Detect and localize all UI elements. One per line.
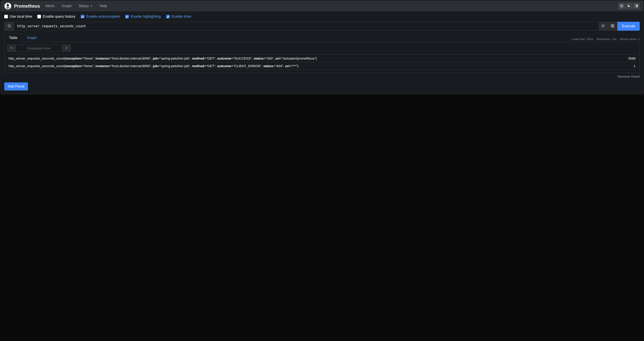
option-label: Use local time (10, 15, 32, 19)
eval-time-next-button[interactable] (62, 45, 70, 52)
result-box: http_server_requests_seconds_count{excep… (4, 42, 640, 73)
nav-status-label: Status (79, 4, 89, 8)
option-highlighting[interactable]: Enable highlighting (125, 15, 161, 19)
dark-mode-button[interactable] (626, 3, 632, 10)
nav-help[interactable]: Help (98, 3, 109, 10)
checkbox-local-time[interactable] (4, 15, 8, 18)
globe-icon (611, 24, 614, 29)
search-prefix[interactable] (4, 22, 14, 31)
query-bar: Execute (1, 22, 643, 33)
stat-resolution: Resolution: 14s (596, 37, 617, 41)
option-label: Enable autocomplete (86, 15, 120, 19)
indent-icon (601, 24, 605, 29)
eval-time-input[interactable] (16, 45, 62, 52)
option-local-time[interactable]: Use local time (4, 15, 32, 19)
remove-panel-link[interactable]: Remove Panel (4, 73, 640, 78)
svg-point-1 (621, 5, 622, 6)
option-query-history[interactable]: Enable query history (37, 15, 76, 19)
chevron-right-icon (65, 46, 68, 50)
add-panel-button[interactable]: Add Panel (4, 82, 28, 91)
stat-result-series: Result series: 2 (620, 37, 640, 41)
query-stats: Load time: 20ms Resolution: 14s Result s… (572, 37, 640, 42)
query-input[interactable] (14, 22, 598, 31)
series-label[interactable]: http_server_requests_seconds_count{excep… (7, 55, 617, 62)
option-label: Enable query history (43, 15, 76, 19)
contrast-icon (634, 4, 638, 8)
svg-point-3 (8, 25, 10, 27)
metrics-explorer-button[interactable] (608, 22, 618, 31)
series-label[interactable]: http_server_requests_seconds_count{excep… (7, 62, 617, 70)
svg-line-4 (10, 27, 11, 27)
nav-graph[interactable]: Graph (60, 3, 73, 10)
checkbox-autocomplete[interactable] (81, 15, 84, 18)
result-table: http_server_requests_seconds_count{excep… (7, 54, 637, 70)
options-row: Use local time Enable query history Enab… (1, 12, 643, 22)
brand[interactable]: Prometheus (4, 3, 40, 10)
tab-table[interactable]: Table (4, 33, 22, 42)
eval-time-prev-button[interactable] (8, 45, 16, 52)
option-label: Enable linter (172, 15, 192, 19)
series-value: 3588 (617, 55, 637, 62)
gear-icon (620, 4, 624, 8)
eval-time-control (7, 45, 71, 52)
option-label: Enable highlighting (131, 15, 161, 19)
navbar: Prometheus Alerts Graph Status Help (1, 1, 643, 12)
checkbox-highlighting[interactable] (125, 15, 129, 18)
nav-alerts[interactable]: Alerts (44, 3, 56, 10)
checkbox-query-history[interactable] (37, 15, 41, 18)
search-icon (8, 24, 11, 29)
nav-status[interactable]: Status (77, 3, 94, 10)
query-panel: Table Graph Load time: 20ms Resolution: … (1, 33, 643, 81)
tab-graph[interactable]: Graph (22, 33, 42, 42)
table-row: http_server_requests_seconds_count{excep… (7, 62, 637, 70)
brand-label: Prometheus (14, 4, 40, 9)
settings-button[interactable] (618, 3, 625, 10)
chevron-down-icon (91, 6, 92, 7)
option-linter[interactable]: Enable linter (166, 15, 192, 19)
table-row: http_server_requests_seconds_count{excep… (7, 55, 637, 62)
execute-button[interactable]: Execute (618, 22, 640, 31)
panel-tabs: Table Graph (4, 33, 42, 42)
stat-load-time: Load time: 20ms (572, 37, 594, 41)
contrast-button[interactable] (633, 3, 640, 10)
moon-icon (627, 4, 630, 8)
series-value: 1 (617, 62, 637, 70)
format-query-button[interactable] (598, 22, 608, 31)
option-autocomplete[interactable]: Enable autocomplete (81, 15, 120, 19)
prometheus-logo-icon (4, 3, 12, 10)
checkbox-linter[interactable] (166, 15, 170, 18)
chevron-left-icon (10, 46, 13, 50)
